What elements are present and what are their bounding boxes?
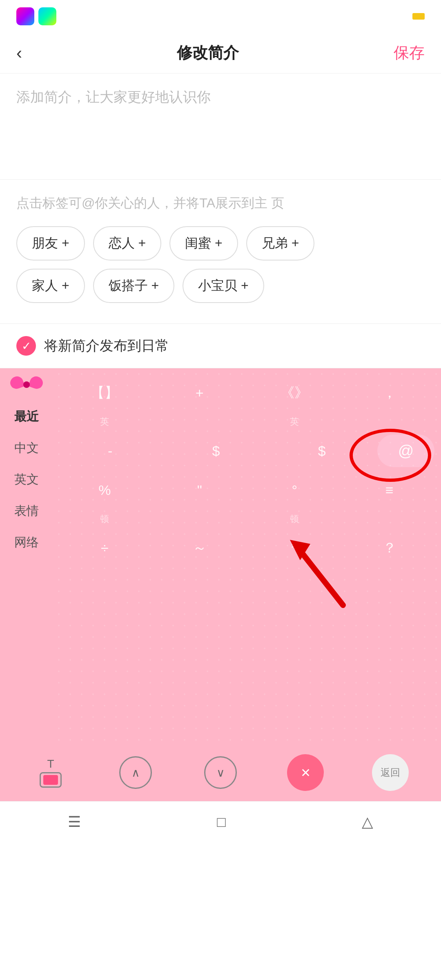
sys-nav-back[interactable]: △	[362, 813, 373, 831]
kb-key-at[interactable]: @	[377, 434, 434, 467]
bio-section[interactable]: 添加简介，让大家更好地认识你	[0, 74, 441, 180]
kb-key-dollar1[interactable]: $	[165, 434, 266, 467]
bow-center	[23, 381, 30, 388]
kb-key-dollar2[interactable]: $	[272, 434, 372, 467]
app-icon-1	[16, 7, 34, 25]
system-nav-bar: ☰ □ △	[0, 801, 441, 842]
keyboard-bottom-toolbar: T ∧ ∨ ✕ 返回	[0, 744, 441, 801]
kb-key-tilde[interactable]: ～	[155, 532, 245, 564]
sys-nav-home[interactable]: □	[217, 813, 226, 831]
bio-placeholder: 添加简介，让大家更好地认识你	[16, 86, 425, 108]
kb-key-divide[interactable]: ÷	[60, 532, 150, 564]
kb-key-percent[interactable]: %	[60, 474, 150, 506]
battery-icon	[412, 13, 425, 20]
kb-key-plus[interactable]: +	[155, 376, 245, 409]
down-icon: ∨	[204, 756, 237, 789]
kb-row-label-1: 英 英	[57, 416, 437, 428]
kb-key-guillemets[interactable]: 《》	[249, 376, 340, 409]
kb-row-2: - $ $ @	[57, 434, 437, 467]
kb-row-4: ÷ ～ ＊ ？	[57, 532, 437, 564]
tag-section: 点击标签可@你关心的人，并将TA展示到主 页 朋友 + 恋人 + 闺蜜 + 兄弟…	[0, 180, 441, 324]
kb-label-dun1: 顿	[57, 513, 152, 525]
tags-row-1: 朋友 + 恋人 + 闺蜜 + 兄弟 +	[16, 226, 425, 261]
kb-label-eng2: 英	[247, 416, 342, 428]
tag-bestie[interactable]: 闺蜜 +	[169, 226, 238, 261]
up-icon: ∧	[119, 756, 152, 789]
kb-sidebar-emoji[interactable]: 表情	[0, 495, 53, 527]
kb-btn-down[interactable]: ∨	[196, 752, 245, 793]
bow-left	[9, 375, 25, 391]
tag-babydear[interactable]: 小宝贝 +	[183, 269, 264, 303]
kb-sidebar-english[interactable]: 英文	[0, 464, 53, 495]
kb-key-brackets[interactable]: 【】	[60, 376, 150, 409]
keyboard-main: 【】 + 《》 ， 英 英 - $ $ @ % " ° ≡ 顿	[53, 368, 441, 744]
status-bar	[0, 0, 441, 33]
kb-btn-up[interactable]: ∧	[111, 752, 160, 793]
kb-key-equals[interactable]: ≡	[345, 474, 435, 506]
tags-row-2: 家人 + 饭搭子 + 小宝贝 +	[16, 269, 425, 303]
kb-sidebar-network[interactable]: 网络	[0, 527, 53, 558]
bow-decoration	[10, 372, 43, 397]
tag-foodbuddy[interactable]: 饭搭子 +	[93, 269, 175, 303]
publish-checkbox[interactable]: ✓	[16, 336, 36, 356]
kb-key-minus[interactable]: -	[60, 434, 160, 467]
bow-right	[28, 375, 45, 391]
kb-btn-backspace[interactable]: ✕	[281, 752, 330, 793]
keyboard-sidebar: 最近 中文 英文 表情 网络	[0, 368, 53, 744]
kb-key-asterisk[interactable]: ＊	[249, 532, 340, 564]
kb-btn-return[interactable]: 返回	[366, 752, 415, 793]
kb-key-quote[interactable]: "	[155, 474, 245, 506]
kb-row-3: % " ° ≡	[57, 474, 437, 506]
keyboard-area: 最近 中文 英文 表情 网络 【】 + 《》 ， 英 英 - $ $ @	[0, 368, 441, 744]
tag-hint: 点击标签可@你关心的人，并将TA展示到主 页	[16, 192, 425, 214]
status-icons	[16, 7, 56, 25]
page-title: 修改简介	[177, 42, 239, 63]
kb-sidebar-chinese[interactable]: 中文	[0, 432, 53, 464]
kb-key-question[interactable]: ？	[345, 532, 435, 564]
kb-key-degree[interactable]: °	[249, 474, 340, 506]
tag-friend[interactable]: 朋友 +	[16, 226, 85, 261]
kb-row-1: 【】 + 《》 ，	[57, 376, 437, 409]
tag-family[interactable]: 家人 +	[16, 269, 85, 303]
kb-btn-text-input[interactable]: T	[26, 752, 75, 793]
sys-nav-menu[interactable]: ☰	[68, 813, 81, 831]
kb-sidebar-recent[interactable]: 最近	[0, 401, 53, 432]
tag-lover[interactable]: 恋人 +	[93, 226, 162, 261]
kb-key-comma[interactable]: ，	[345, 376, 435, 409]
kb-row-label-2: 顿 顿	[57, 513, 437, 525]
app-icon-2	[38, 7, 56, 25]
nav-bar: ‹ 修改简介 保存	[0, 33, 441, 74]
kb-label-eng1: 英	[57, 416, 152, 428]
publish-row[interactable]: ✓ 将新简介发布到日常	[0, 324, 441, 368]
tag-brother[interactable]: 兄弟 +	[246, 226, 315, 261]
kb-label-dun2: 顿	[247, 513, 342, 525]
back-button[interactable]: ‹	[16, 43, 22, 63]
publish-label: 将新简介发布到日常	[44, 336, 169, 355]
save-button[interactable]: 保存	[394, 42, 425, 63]
